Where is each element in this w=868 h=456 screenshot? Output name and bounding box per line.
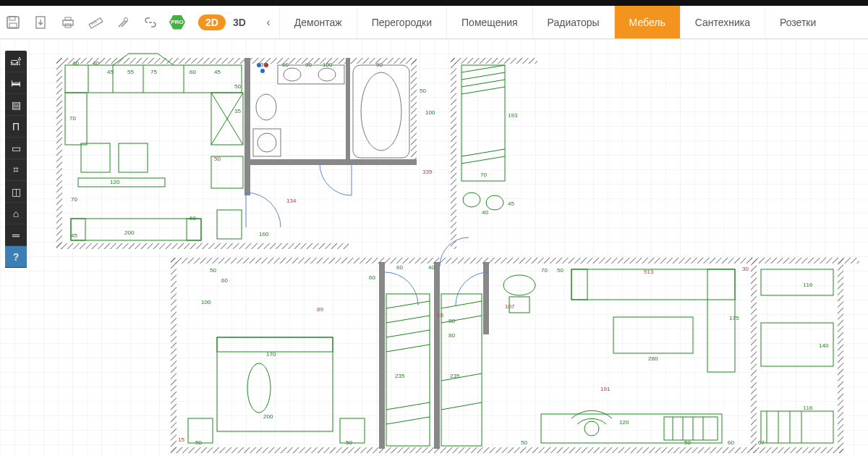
palette-sofa[interactable]: 🛋 [5, 51, 27, 72]
tab-plumbing[interactable]: Сантехника [680, 6, 765, 38]
download-icon[interactable] [32, 14, 49, 31]
tools-icon[interactable] [114, 14, 132, 31]
palette-wardrobe[interactable]: ◫ [5, 181, 27, 203]
svg-point-40 [256, 94, 276, 120]
svg-text:120: 120 [110, 179, 120, 185]
svg-text:116: 116 [803, 405, 813, 411]
svg-rect-33 [250, 58, 417, 64]
svg-text:170: 170 [266, 351, 276, 358]
measure-icon[interactable] [87, 14, 104, 31]
svg-line-79 [386, 402, 430, 410]
svg-rect-26 [71, 219, 201, 240]
palette-dresser[interactable]: ▤ [5, 94, 27, 116]
palette-home[interactable]: ⌂ [5, 203, 27, 224]
svg-rect-70 [217, 337, 333, 352]
svg-rect-65 [379, 262, 385, 449]
svg-line-56 [461, 149, 505, 156]
svg-rect-101 [761, 411, 833, 443]
svg-rect-73 [340, 418, 365, 443]
tab-demolition[interactable]: Демонтаж [279, 6, 357, 38]
svg-rect-68 [171, 258, 859, 263]
svg-rect-94 [664, 417, 718, 440]
svg-text:15: 15 [178, 436, 184, 443]
svg-point-93 [584, 421, 599, 436]
nav-back-arrow[interactable]: ‹ [258, 6, 279, 38]
lower-wing [171, 237, 859, 453]
svg-text:70: 70 [69, 115, 76, 122]
tab-furniture[interactable]: Мебель [614, 6, 680, 38]
svg-point-38 [284, 68, 301, 81]
tab-radiators[interactable]: Радиаторы [532, 6, 614, 38]
svg-text:45: 45 [214, 69, 221, 75]
svg-point-58 [463, 193, 480, 207]
floor-plan-canvas[interactable]: 40 40 45 55 75 60 45 70 35 50 90 30 60 1… [0, 39, 868, 456]
svg-text:18: 18 [437, 312, 443, 318]
tab-partitions[interactable]: Перегородки [357, 6, 446, 38]
svg-rect-66 [434, 262, 440, 449]
svg-rect-0 [7, 17, 19, 28]
toolbar-left-group: PRO 2D 3D [0, 6, 258, 38]
svg-line-78 [386, 345, 430, 352]
svg-line-84 [441, 373, 482, 381]
dimensions-green: 40 40 45 55 75 60 45 70 35 50 90 30 60 1… [69, 60, 829, 446]
svg-text:67: 67 [758, 439, 765, 446]
svg-text:60: 60 [728, 439, 734, 446]
svg-text:35: 35 [234, 108, 241, 114]
furniture-palette: 🛋 🛏 ▤ П ▭ ⌗ ◫ ⌂ ═ ? [5, 51, 27, 268]
link-icon[interactable] [142, 14, 159, 31]
top-toolbar: PRO 2D 3D ‹ Демонтаж Перегородки Помещен… [0, 6, 868, 39]
svg-text:60: 60 [369, 274, 375, 281]
svg-text:80: 80 [448, 318, 455, 324]
svg-text:140: 140 [819, 342, 829, 349]
palette-crib[interactable]: ⌗ [5, 159, 27, 181]
svg-text:60: 60 [221, 277, 228, 284]
svg-rect-90 [571, 269, 587, 300]
print-icon[interactable] [59, 14, 77, 31]
svg-text:90: 90 [305, 62, 312, 68]
view-2d-button[interactable]: 2D [198, 14, 226, 30]
svg-text:50: 50 [214, 156, 221, 162]
svg-point-11 [124, 17, 128, 21]
svg-text:70: 70 [541, 267, 548, 274]
svg-line-85 [441, 402, 482, 410]
svg-text:60: 60 [282, 62, 289, 68]
svg-text:513: 513 [644, 269, 654, 275]
palette-bed[interactable]: 🛏 [5, 72, 27, 94]
palette-gym[interactable]: ═ [5, 224, 27, 246]
svg-text:40: 40 [428, 264, 435, 271]
palette-table[interactable]: П [5, 116, 27, 138]
svg-rect-67 [483, 262, 489, 334]
svg-rect-2 [9, 23, 17, 28]
svg-line-80 [386, 417, 430, 424]
svg-text:50: 50 [195, 439, 202, 446]
tab-sockets[interactable]: Розетки [765, 6, 830, 38]
svg-text:60: 60 [396, 264, 403, 271]
pro-badge[interactable]: PRO [169, 15, 185, 30]
svg-text:235: 235 [395, 373, 405, 379]
svg-rect-51 [461, 65, 505, 181]
svg-point-71 [247, 363, 271, 413]
svg-text:116: 116 [803, 282, 813, 288]
svg-text:175: 175 [729, 315, 739, 321]
svg-text:45: 45 [107, 69, 114, 75]
svg-text:193: 193 [508, 112, 518, 119]
svg-rect-91 [613, 317, 693, 353]
help-button[interactable]: ? [5, 246, 27, 268]
svg-line-82 [441, 301, 482, 308]
svg-line-77 [386, 330, 430, 337]
room-balcony [761, 269, 833, 443]
svg-text:30: 30 [260, 62, 267, 68]
tab-strip: Демонтаж Перегородки Помещения Радиаторы… [279, 6, 868, 38]
svg-text:191: 191 [600, 386, 610, 392]
svg-rect-34 [411, 58, 417, 164]
svg-rect-99 [761, 269, 833, 295]
window-titlebar [0, 0, 868, 6]
tab-rooms[interactable]: Помещения [446, 6, 532, 38]
svg-text:75: 75 [150, 69, 157, 75]
save-icon[interactable] [4, 14, 22, 31]
view-3d-button[interactable]: 3D [226, 14, 253, 30]
svg-point-39 [318, 68, 336, 81]
hallway-upper [451, 58, 537, 249]
palette-tv[interactable]: ▭ [5, 138, 27, 159]
svg-text:50: 50 [346, 439, 352, 446]
